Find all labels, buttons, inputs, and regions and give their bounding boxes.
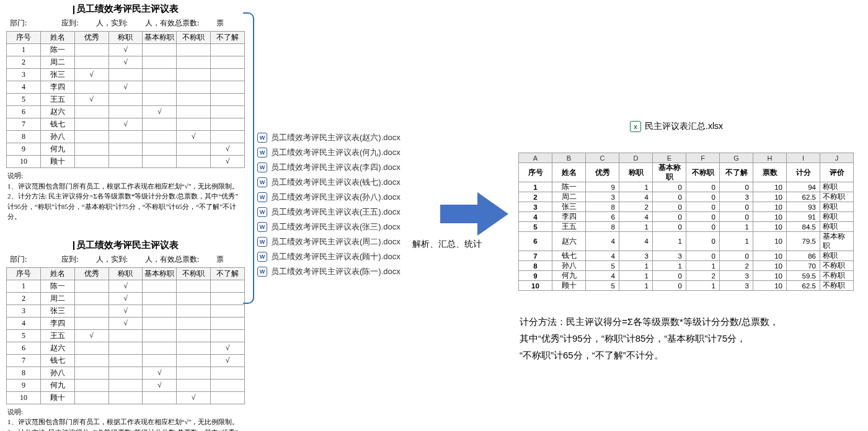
vote-table-row: 3张三√ [7,69,245,81]
doc-meta-row: 部门:应到:人，实到:人，有效总票数:票 [6,253,245,267]
xl-cell: 0 [686,192,720,202]
word-icon: W [257,133,267,143]
vote-table-row: 2周二√ [7,292,245,304]
xl-data-row: 5王五810011084.5称职 [519,222,854,232]
xl-cell: 3 [619,251,653,261]
xl-cell: 10 [753,271,787,281]
file-name: 员工绩效考评民主评议表(王五).docx [271,207,401,218]
docx-file-item: W员工绩效考评民主评议表(陈一).docx [257,264,415,279]
xl-cell: 10 [753,202,787,212]
xl-cell: 4 [619,212,653,222]
vote-table-header: 称职 [108,32,143,44]
xl-cell: 2 [720,261,753,271]
xl-cell: 4 [586,232,619,251]
word-icon: W [257,207,267,217]
xl-cell: 1 [686,281,720,291]
xl-cell: 86 [787,251,820,261]
xl-cell: 62.5 [787,281,820,291]
input-documents-column: 员工绩效考评民主评议表部门:应到:人，实到:人，有效总票数:票序号姓名优秀称职基… [6,3,245,431]
vote-table-header: 称职 [108,267,143,280]
docx-file-item: W员工绩效考评民主评议表(何九).docx [257,145,415,160]
word-icon: W [257,177,267,187]
xl-cell: 0 [653,212,686,222]
output-file-name: 民主评议表汇总.xlsx [645,121,723,132]
xl-cell: 不称职 [820,281,854,291]
xl-cell: 3 [519,202,552,212]
doc-meta-row: 部门:应到:人，实到:人，有效总票数:票 [6,17,245,31]
xl-header-cell: 基本称职 [653,163,686,182]
formula-line: “不称职”计65分，“不了解”不计分。 [520,347,854,363]
grouping-bracket [243,12,254,304]
xl-cell: 0 [686,212,720,222]
xl-data-row: 9何九410231059.5不称职 [519,271,854,281]
xl-header-cell: 优秀 [586,163,619,182]
vote-table-row: 8孙八√ [7,131,245,143]
summary-spreadsheet: ABCDEFGHIJ序号姓名优秀称职基本称职不称职不了解票数计分评价1陈一910… [518,153,854,291]
arrow-icon [440,192,508,238]
xl-cell: 1 [653,261,686,271]
vote-table-row: 4李四√ [7,317,245,329]
xl-column-letter: E [653,153,686,163]
xl-cell: 1 [619,182,653,192]
word-icon: W [257,222,267,232]
xl-cell: 0 [686,182,720,192]
xl-data-row: 8孙八511121070不称职 [519,261,854,271]
xl-cell: 5 [519,222,552,232]
xl-cell: 5 [586,281,619,291]
xl-header-cell: 评价 [820,163,854,182]
xl-cell: 8 [519,261,552,271]
xl-cell: 0 [653,202,686,212]
vote-table-header: 基本称职 [143,267,177,280]
vote-table-row: 6赵六√ [7,106,245,118]
file-name: 员工绩效考评民主评议表(陈一).docx [271,266,401,277]
word-icon: W [257,267,267,277]
xl-header-cell: 票数 [753,163,787,182]
vote-table-header: 姓名 [40,32,74,44]
docx-file-list: W员工绩效考评民主评议表(赵六).docxW员工绩效考评民主评议表(何九).do… [257,130,415,279]
vote-table-row: 10顾十√ [7,156,245,168]
xl-cell: 10 [753,281,787,291]
docx-file-item: W员工绩效考评民主评议表(钱七).docx [257,175,415,190]
doc-notes: 说明:1、评议范围包含部门所有员工，根据工作表现在相应栏划“√”，无比例限制。2… [6,168,245,222]
xl-cell: 79.5 [787,232,820,251]
vote-table-header: 姓名 [40,267,74,280]
sample-doc-1: 员工绩效考评民主评议表部门:应到:人，实到:人，有效总票数:票序号姓名优秀称职基… [6,3,245,222]
vote-table-row: 7钱七√ [7,118,245,131]
xl-cell: 4 [586,271,619,281]
xl-column-letter: H [753,153,787,163]
xl-cell: 称职 [820,222,854,232]
word-icon: W [257,162,267,172]
vote-table: 序号姓名优秀称职基本称职不称职不了解1陈一√2周二√3张三√4李四√5王五√6赵… [6,267,245,404]
file-name: 员工绩效考评民主评议表(孙八).docx [271,192,401,203]
xl-cell: 2 [686,271,720,281]
docx-file-item: W员工绩效考评民主评议表(周二).docx [257,234,415,249]
xl-cell: 周二 [552,192,586,202]
xl-cell: 王五 [552,222,586,232]
vote-table-header: 优秀 [74,32,108,44]
xl-column-letter: D [619,153,653,163]
xl-cell: 2 [519,192,552,202]
xl-cell: 4 [519,212,552,222]
xl-column-letter: J [820,153,854,163]
sample-doc-2: 员工绩效考评民主评议表部门:应到:人，实到:人，有效总票数:票序号姓名优秀称职基… [6,239,245,432]
formula-line: 其中“优秀”计95分，“称职”计85分，“基本称职”计75分， [520,330,854,347]
vote-table-row: 9何九√ [7,143,245,156]
xl-cell: 8 [586,202,619,212]
file-name: 员工绩效考评民主评议表(李四).docx [271,162,401,173]
xl-column-letter: A [519,153,552,163]
arrow-label: 解析、汇总、统计 [412,239,482,250]
xl-cell: 1 [619,281,653,291]
xl-cell: 孙八 [552,261,586,271]
xl-cell: 4 [619,232,653,251]
xl-data-row: 7钱七433001086称职 [519,251,854,261]
output-xlsx-file: x 民主评议表汇总.xlsx [630,121,723,132]
xl-data-row: 3张三820001093称职 [519,202,854,212]
vote-table-header: 不称职 [177,267,211,280]
xl-header-cell: 计分 [787,163,820,182]
vote-table-row: 5王五√ [7,329,245,342]
xl-cell: 基本称职 [820,232,854,251]
xl-cell: 0 [720,202,753,212]
xl-cell: 0 [686,232,720,251]
xl-data-row: 1陈一910001094称职 [519,182,854,192]
xl-cell: 0 [686,222,720,232]
